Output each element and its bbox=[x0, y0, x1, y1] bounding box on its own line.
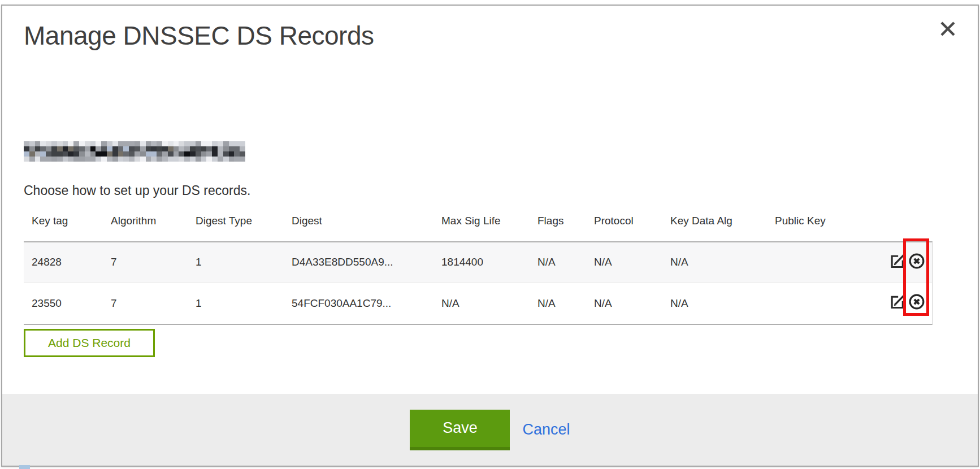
cell-algorithm: 7 bbox=[111, 297, 196, 310]
cell-flags: N/A bbox=[537, 297, 594, 310]
cell-digest: 54FCF030AA1C79... bbox=[292, 297, 441, 310]
cell-key-tag: 24828 bbox=[32, 256, 111, 268]
header-protocol: Protocol bbox=[594, 215, 670, 227]
edit-record-button[interactable] bbox=[889, 254, 906, 271]
cell-protocol: N/A bbox=[594, 297, 670, 310]
header-key-tag: Key tag bbox=[32, 215, 111, 227]
table-row: 23550 7 1 54FCF030AA1C79... N/A N/A N/A … bbox=[24, 282, 932, 324]
header-digest-type: Digest Type bbox=[196, 215, 292, 227]
cell-key-tag: 23550 bbox=[32, 297, 111, 310]
close-icon bbox=[939, 20, 956, 40]
cancel-link[interactable]: Cancel bbox=[522, 421, 570, 438]
add-ds-record-button[interactable]: Add DS Record bbox=[24, 329, 155, 357]
cell-key-data-alg: N/A bbox=[670, 297, 775, 310]
delete-record-button[interactable] bbox=[908, 254, 925, 271]
cell-max-sig-life: N/A bbox=[441, 297, 537, 310]
cell-max-sig-life: 1814400 bbox=[441, 256, 537, 268]
background-page-fragment bbox=[19, 465, 30, 469]
cell-algorithm: 7 bbox=[111, 256, 196, 268]
edit-record-button[interactable] bbox=[889, 295, 906, 312]
redacted-domain bbox=[24, 141, 245, 162]
setup-instruction: Choose how to set up your DS records. bbox=[24, 183, 250, 198]
delete-icon bbox=[908, 253, 925, 272]
header-digest: Digest bbox=[292, 215, 441, 227]
cell-digest-type: 1 bbox=[196, 297, 292, 310]
header-public-key: Public Key bbox=[775, 215, 888, 227]
table-body: 24828 7 1 D4A33E8DD550A9... 1814400 N/A … bbox=[24, 241, 933, 325]
edit-icon bbox=[889, 253, 906, 272]
header-max-sig-life: Max Sig Life bbox=[441, 215, 537, 227]
dialog-footer: Save Cancel bbox=[2, 394, 978, 466]
save-button[interactable]: Save bbox=[410, 410, 510, 450]
header-key-data-alg: Key Data Alg bbox=[670, 215, 775, 227]
header-flags: Flags bbox=[537, 215, 594, 227]
header-algorithm: Algorithm bbox=[111, 215, 196, 227]
table-row: 24828 7 1 D4A33E8DD550A9... 1814400 N/A … bbox=[24, 242, 932, 282]
cell-flags: N/A bbox=[537, 256, 594, 268]
dialog-title: Manage DNSSEC DS Records bbox=[24, 20, 374, 51]
close-button[interactable] bbox=[935, 17, 961, 43]
delete-record-button[interactable] bbox=[908, 295, 925, 312]
table-header-row: Key tag Algorithm Digest Type Digest Max… bbox=[24, 215, 933, 241]
cell-key-data-alg: N/A bbox=[670, 256, 775, 268]
manage-dnssec-dialog: Manage DNSSEC DS Records Choose how to s… bbox=[1, 5, 979, 467]
ds-records-table: Key tag Algorithm Digest Type Digest Max… bbox=[24, 215, 933, 325]
cell-digest-type: 1 bbox=[196, 256, 292, 268]
edit-icon bbox=[889, 293, 906, 313]
cell-digest: D4A33E8DD550A9... bbox=[292, 256, 441, 268]
delete-icon bbox=[908, 293, 925, 313]
cell-protocol: N/A bbox=[594, 256, 670, 268]
